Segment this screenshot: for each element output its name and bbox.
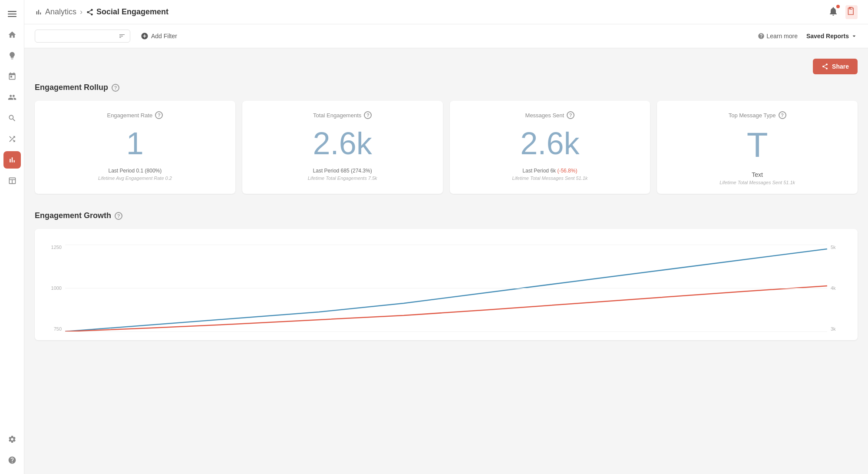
metric-card-top-message-type: Top Message Type ? T Text Lifetime Total… [657, 101, 858, 194]
sidebar-item-search[interactable] [3, 109, 21, 127]
engagement-rate-help-icon[interactable]: ? [155, 111, 163, 119]
metric-lifetime-messages-sent: Lifetime Total Messages Sent 51.1k [512, 176, 587, 181]
engagement-rollup-title: Engagement Rollup ? [35, 83, 858, 92]
top-message-type-help-icon[interactable]: ? [779, 111, 786, 119]
share-button[interactable]: Share [813, 59, 858, 74]
engagement-growth-help-icon[interactable]: ? [115, 212, 122, 220]
toolbar: Add Filter Learn more Saved Reports [24, 24, 868, 48]
breadcrumb-analytics[interactable]: Analytics [35, 7, 76, 17]
book-icon[interactable] [845, 5, 858, 19]
sidebar-item-people[interactable] [3, 89, 21, 106]
metric-footer-messages-sent: Last Period 6k (-56.8%) [522, 168, 577, 174]
chart-y-axis-left: 1250 1000 750 [43, 245, 65, 331]
toolbar-left: Add Filter [35, 30, 182, 43]
metric-card-messages-sent: Messages Sent ? 2.6k Last Period 6k (-56… [450, 101, 650, 194]
share-row: Share [35, 59, 858, 74]
metric-lifetime-top-message-type: Lifetime Total Messages Sent 51.1k [719, 180, 795, 185]
search-input[interactable] [40, 33, 119, 40]
metric-label-messages-sent: Messages Sent ? [525, 111, 575, 119]
total-engagements-help-icon[interactable]: ? [364, 111, 372, 119]
metric-negative-pct-messages-sent: (-56.8%) [557, 168, 577, 174]
sidebar-item-analytics[interactable] [3, 151, 21, 169]
metric-card-total-engagements: Total Engagements ? 2.6k Last Period 685… [242, 101, 443, 194]
sidebar-item-bulb[interactable] [3, 47, 21, 64]
metric-footer-top-message-type: Text [752, 171, 763, 178]
svg-rect-2 [8, 16, 17, 17]
svg-rect-0 [8, 11, 17, 12]
metric-card-engagement-rate: Engagement Rate ? 1 Last Period 0.1 (800… [35, 101, 235, 194]
metric-label-top-message-type: Top Message Type ? [729, 111, 786, 119]
chart-y-axis-right: 5k 4k 3k [827, 245, 849, 331]
notification-icon[interactable] [828, 6, 838, 18]
sidebar-item-settings[interactable] [3, 431, 21, 448]
saved-reports-label: Saved Reports [806, 33, 849, 40]
metric-value-total-engagements: 2.6k [313, 128, 372, 159]
sidebar-item-help[interactable] [3, 451, 21, 469]
main-content: Analytics › Social Engagement [24, 0, 868, 474]
svg-rect-1 [8, 13, 17, 14]
learn-more-link[interactable]: Learn more [758, 33, 798, 40]
metric-footer-engagement-rate: Last Period 0.1 (800%) [109, 168, 162, 174]
metric-footer-total-engagements: Last Period 685 (274.3%) [313, 168, 372, 174]
breadcrumb-current-label: Social Engagement [96, 7, 168, 17]
sidebar-item-calendar[interactable] [3, 68, 21, 85]
saved-reports-button[interactable]: Saved Reports [806, 33, 858, 40]
filter-lines-icon[interactable] [119, 33, 125, 40]
breadcrumb: Analytics › Social Engagement [35, 7, 168, 17]
add-filter-button[interactable]: Add Filter [135, 30, 182, 43]
metric-value-engagement-rate: 1 [126, 128, 144, 159]
messages-sent-help-icon[interactable]: ? [567, 111, 574, 119]
learn-more-label: Learn more [766, 33, 798, 40]
notification-badge [836, 5, 840, 8]
breadcrumb-separator: › [80, 7, 83, 17]
chart-drawing-area [65, 245, 827, 331]
engagement-growth-title: Engagement Growth ? [35, 211, 858, 220]
search-box[interactable] [35, 30, 130, 43]
metric-value-top-message-type: T [747, 128, 768, 162]
engagement-rollup-help-icon[interactable]: ? [112, 84, 119, 92]
engagement-growth-chart: 1250 1000 750 5k 4k 3k [35, 229, 858, 340]
metric-value-messages-sent: 2.6k [520, 128, 579, 159]
breadcrumb-current: Social Engagement [86, 7, 168, 17]
metric-label-engagement-rate: Engagement Rate ? [107, 111, 163, 119]
sidebar-item-table[interactable] [3, 172, 21, 189]
sidebar-item-menu[interactable] [3, 5, 21, 23]
toolbar-right: Learn more Saved Reports [758, 33, 858, 40]
header: Analytics › Social Engagement [24, 0, 868, 24]
breadcrumb-analytics-label: Analytics [45, 7, 76, 17]
sidebar-item-home[interactable] [3, 26, 21, 43]
metric-lifetime-total-engagements: Lifetime Total Engagements 7.5k [308, 176, 377, 181]
metric-cards-grid: Engagement Rate ? 1 Last Period 0.1 (800… [35, 101, 858, 194]
share-label: Share [832, 63, 849, 70]
add-filter-label: Add Filter [151, 33, 177, 40]
header-actions [828, 5, 858, 19]
sidebar-item-shuffle[interactable] [3, 130, 21, 148]
metric-lifetime-engagement-rate: Lifetime Avg Engagement Rate 0.2 [98, 176, 172, 181]
sidebar [0, 0, 24, 474]
metric-label-total-engagements: Total Engagements ? [313, 111, 372, 119]
content-area: Share Engagement Rollup ? Engagement Rat… [24, 48, 868, 474]
chart-container: 1250 1000 750 5k 4k 3k [43, 245, 849, 331]
